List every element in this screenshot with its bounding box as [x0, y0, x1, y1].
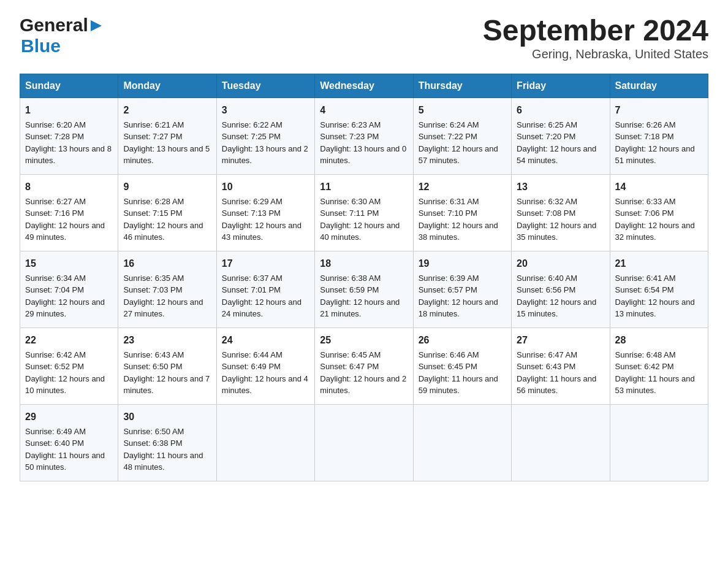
calendar-cell: 25Sunrise: 6:45 AMSunset: 6:47 PMDayligh…: [315, 327, 413, 404]
day-info: Sunrise: 6:26 AMSunset: 7:18 PMDaylight:…: [615, 120, 695, 166]
calendar-cell: 28Sunrise: 6:48 AMSunset: 6:42 PMDayligh…: [610, 327, 708, 404]
calendar-cell: [610, 404, 708, 481]
day-info: Sunrise: 6:27 AMSunset: 7:16 PMDaylight:…: [25, 197, 105, 242]
calendar-cell: 7Sunrise: 6:26 AMSunset: 7:18 PMDaylight…: [610, 98, 708, 174]
day-info: Sunrise: 6:25 AMSunset: 7:20 PMDaylight:…: [517, 120, 596, 166]
day-info: Sunrise: 6:46 AMSunset: 6:45 PMDaylight:…: [419, 350, 498, 396]
day-number: 19: [419, 256, 506, 271]
day-number: 9: [123, 180, 211, 194]
day-number: 24: [222, 333, 309, 348]
day-info: Sunrise: 6:32 AMSunset: 7:08 PMDaylight:…: [517, 197, 596, 242]
calendar-cell: 5Sunrise: 6:24 AMSunset: 7:22 PMDaylight…: [413, 98, 511, 174]
day-info: Sunrise: 6:50 AMSunset: 6:38 PMDaylight:…: [123, 427, 203, 472]
calendar-cell: 1Sunrise: 6:20 AMSunset: 7:28 PMDaylight…: [20, 98, 118, 174]
day-info: Sunrise: 6:38 AMSunset: 6:59 PMDaylight:…: [320, 274, 400, 319]
header-row: SundayMondayTuesdayWednesdayThursdayFrid…: [20, 74, 708, 98]
day-number: 28: [615, 333, 703, 348]
calendar-cell: 20Sunrise: 6:40 AMSunset: 6:56 PMDayligh…: [512, 251, 610, 327]
week-row-3: 15Sunrise: 6:34 AMSunset: 7:04 PMDayligh…: [20, 251, 708, 327]
day-number: 15: [25, 256, 113, 271]
calendar-cell: 12Sunrise: 6:31 AMSunset: 7:10 PMDayligh…: [413, 174, 511, 251]
day-info: Sunrise: 6:20 AMSunset: 7:28 PMDaylight:…: [25, 120, 112, 166]
day-number: 12: [419, 180, 506, 194]
calendar-cell: 4Sunrise: 6:23 AMSunset: 7:23 PMDaylight…: [315, 98, 413, 174]
day-info: Sunrise: 6:33 AMSunset: 7:06 PMDaylight:…: [615, 197, 695, 242]
day-number: 10: [222, 180, 309, 194]
top-bar: General Blue September 2024 Gering, Nebr…: [20, 15, 708, 61]
logo-arrow-icon: [89, 19, 103, 33]
day-number: 8: [25, 180, 113, 194]
calendar-cell: 13Sunrise: 6:32 AMSunset: 7:08 PMDayligh…: [512, 174, 610, 251]
day-number: 4: [320, 103, 408, 118]
day-info: Sunrise: 6:41 AMSunset: 6:54 PMDaylight:…: [615, 274, 695, 319]
calendar-cell: 3Sunrise: 6:22 AMSunset: 7:25 PMDaylight…: [216, 98, 314, 174]
day-info: Sunrise: 6:23 AMSunset: 7:23 PMDaylight:…: [320, 120, 406, 166]
day-info: Sunrise: 6:47 AMSunset: 6:43 PMDaylight:…: [517, 350, 596, 396]
day-info: Sunrise: 6:29 AMSunset: 7:13 PMDaylight:…: [222, 197, 301, 242]
day-info: Sunrise: 6:30 AMSunset: 7:11 PMDaylight:…: [320, 197, 400, 242]
day-info: Sunrise: 6:44 AMSunset: 6:49 PMDaylight:…: [222, 350, 308, 396]
calendar-cell: [413, 404, 511, 481]
day-info: Sunrise: 6:48 AMSunset: 6:42 PMDaylight:…: [615, 350, 695, 396]
calendar-cell: 6Sunrise: 6:25 AMSunset: 7:20 PMDaylight…: [512, 98, 610, 174]
day-info: Sunrise: 6:31 AMSunset: 7:10 PMDaylight:…: [419, 197, 498, 242]
day-number: 14: [615, 180, 703, 194]
svg-marker-0: [91, 20, 102, 31]
day-number: 21: [615, 256, 703, 271]
day-number: 3: [222, 103, 309, 118]
calendar-cell: 21Sunrise: 6:41 AMSunset: 6:54 PMDayligh…: [610, 251, 708, 327]
day-number: 26: [419, 333, 506, 348]
calendar-cell: 11Sunrise: 6:30 AMSunset: 7:11 PMDayligh…: [315, 174, 413, 251]
day-header-thursday: Thursday: [413, 74, 511, 98]
week-row-1: 1Sunrise: 6:20 AMSunset: 7:28 PMDaylight…: [20, 98, 708, 174]
day-info: Sunrise: 6:37 AMSunset: 7:01 PMDaylight:…: [222, 274, 301, 319]
day-info: Sunrise: 6:21 AMSunset: 7:27 PMDaylight:…: [123, 120, 210, 166]
calendar-cell: 17Sunrise: 6:37 AMSunset: 7:01 PMDayligh…: [216, 251, 314, 327]
day-number: 13: [517, 180, 604, 194]
day-header-wednesday: Wednesday: [315, 74, 413, 98]
logo: General Blue: [20, 15, 103, 56]
week-row-5: 29Sunrise: 6:49 AMSunset: 6:40 PMDayligh…: [20, 404, 708, 481]
calendar-cell: 26Sunrise: 6:46 AMSunset: 6:45 PMDayligh…: [413, 327, 511, 404]
day-number: 27: [517, 333, 604, 348]
day-info: Sunrise: 6:45 AMSunset: 6:47 PMDaylight:…: [320, 350, 406, 396]
calendar-cell: 30Sunrise: 6:50 AMSunset: 6:38 PMDayligh…: [118, 404, 216, 481]
calendar-cell: 8Sunrise: 6:27 AMSunset: 7:16 PMDaylight…: [20, 174, 118, 251]
day-header-sunday: Sunday: [20, 74, 118, 98]
calendar-cell: [512, 404, 610, 481]
day-number: 22: [25, 333, 113, 348]
logo-general-text: General: [20, 15, 88, 36]
calendar-cell: 2Sunrise: 6:21 AMSunset: 7:27 PMDaylight…: [118, 98, 216, 174]
day-number: 7: [615, 103, 703, 118]
day-number: 20: [517, 256, 604, 271]
day-header-monday: Monday: [118, 74, 216, 98]
day-info: Sunrise: 6:42 AMSunset: 6:52 PMDaylight:…: [25, 350, 105, 396]
calendar-cell: 19Sunrise: 6:39 AMSunset: 6:57 PMDayligh…: [413, 251, 511, 327]
calendar-title: September 2024: [483, 15, 708, 47]
day-number: 30: [123, 410, 211, 424]
calendar-cell: 22Sunrise: 6:42 AMSunset: 6:52 PMDayligh…: [20, 327, 118, 404]
calendar-cell: 15Sunrise: 6:34 AMSunset: 7:04 PMDayligh…: [20, 251, 118, 327]
day-number: 5: [419, 103, 506, 118]
day-info: Sunrise: 6:22 AMSunset: 7:25 PMDaylight:…: [222, 120, 308, 166]
logo-blue-text: Blue: [21, 36, 61, 56]
day-info: Sunrise: 6:34 AMSunset: 7:04 PMDaylight:…: [25, 274, 105, 319]
day-number: 6: [517, 103, 604, 118]
calendar-cell: [315, 404, 413, 481]
week-row-2: 8Sunrise: 6:27 AMSunset: 7:16 PMDaylight…: [20, 174, 708, 251]
calendar-cell: 16Sunrise: 6:35 AMSunset: 7:03 PMDayligh…: [118, 251, 216, 327]
calendar-cell: 27Sunrise: 6:47 AMSunset: 6:43 PMDayligh…: [512, 327, 610, 404]
calendar-cell: 14Sunrise: 6:33 AMSunset: 7:06 PMDayligh…: [610, 174, 708, 251]
calendar-cell: 23Sunrise: 6:43 AMSunset: 6:50 PMDayligh…: [118, 327, 216, 404]
day-info: Sunrise: 6:39 AMSunset: 6:57 PMDaylight:…: [419, 274, 498, 319]
day-info: Sunrise: 6:28 AMSunset: 7:15 PMDaylight:…: [123, 197, 203, 242]
calendar-cell: [216, 404, 314, 481]
day-number: 2: [123, 103, 211, 118]
day-number: 17: [222, 256, 309, 271]
day-info: Sunrise: 6:43 AMSunset: 6:50 PMDaylight:…: [123, 350, 210, 396]
day-number: 1: [25, 103, 113, 118]
title-block: September 2024 Gering, Nebraska, United …: [483, 15, 708, 61]
calendar-cell: 18Sunrise: 6:38 AMSunset: 6:59 PMDayligh…: [315, 251, 413, 327]
week-row-4: 22Sunrise: 6:42 AMSunset: 6:52 PMDayligh…: [20, 327, 708, 404]
day-header-tuesday: Tuesday: [216, 74, 314, 98]
